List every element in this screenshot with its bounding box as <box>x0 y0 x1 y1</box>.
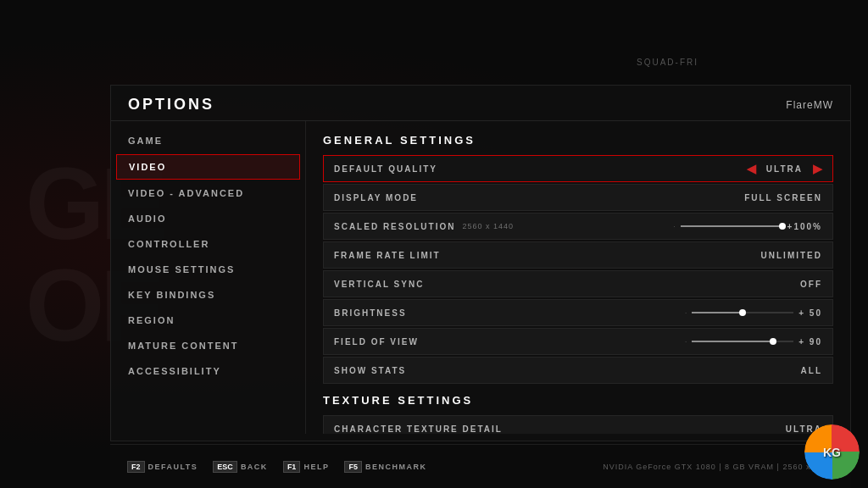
setting-label-default-quality: DEFAULT QUALITY <box>334 164 437 174</box>
nav-item-accessibility[interactable]: ACCESSIBILITY <box>111 358 305 384</box>
setting-value-scaled-resolution: +100% <box>787 222 822 231</box>
setting-value-vertical-sync: OFF <box>800 280 822 289</box>
slider-dot-left-brightness: · <box>685 309 687 317</box>
panel-header: OPTIONS FlareMW <box>111 86 850 121</box>
key-label-help: HELP <box>303 463 329 471</box>
setting-label-field-of-view: FIELD OF VIEW <box>334 337 419 347</box>
setting-value-frame-rate-limit: UNLIMITED <box>761 251 822 260</box>
setting-row-field-of-view[interactable]: FIELD OF VIEW · + 90 <box>323 328 833 355</box>
setting-row-default-quality[interactable]: DEFAULT QUALITY ◀ ULTRA ▶ <box>323 155 833 182</box>
setting-label-character-texture: CHARACTER TEXTURE DETAIL <box>334 424 503 434</box>
setting-label-scaled-resolution: SCALED RESOLUTION <box>334 222 455 231</box>
panel-body: GAME VIDEO VIDEO - ADVANCED AUDIO CONTRO… <box>111 121 850 434</box>
key-badge-f1[interactable]: F1 <box>283 461 301 473</box>
slider-track-brightness <box>692 312 793 313</box>
setting-value-default-quality: ULTRA <box>766 164 803 174</box>
setting-row-brightness[interactable]: BRIGHTNESS · + 50 <box>323 299 833 326</box>
shortcut-defaults: F2 DEFAULTS <box>127 461 198 473</box>
nav-item-video[interactable]: VIDEO <box>116 154 300 180</box>
nav-item-mouse-settings[interactable]: MOUSE SETTINGS <box>111 257 305 282</box>
nav-item-key-bindings[interactable]: KEY BINDINGS <box>111 282 305 308</box>
logo-text: KG <box>823 446 841 459</box>
nav-item-audio[interactable]: AUDIO <box>111 206 305 231</box>
scaled-res-label-group: SCALED RESOLUTION 2560 x 1440 <box>334 222 514 231</box>
options-panel: OPTIONS FlareMW GAME VIDEO VIDEO - ADVAN… <box>110 85 851 441</box>
key-label-back: BACK <box>241 463 268 471</box>
right-content: GENERAL SETTINGS DEFAULT QUALITY ◀ ULTRA… <box>306 121 850 434</box>
panel-username: FlareMW <box>786 99 833 111</box>
setting-value-field-of-view: + 90 <box>798 337 822 347</box>
slider-dot-left-fov: · <box>685 338 687 346</box>
setting-sublabel-scaled-resolution: 2560 x 1440 <box>462 222 514 230</box>
setting-value-show-stats: ALL <box>801 366 822 375</box>
logo-inner: KG <box>804 424 860 480</box>
bottom-bar: F2 DEFAULTS ESC BACK F1 HELP F5 BENCHMAR… <box>110 444 851 488</box>
left-nav: GAME VIDEO VIDEO - ADVANCED AUDIO CONTRO… <box>111 121 306 434</box>
nav-item-region[interactable]: REGION <box>111 308 305 333</box>
slider-thumb-fov <box>770 338 776 345</box>
setting-row-display-mode[interactable]: DISPLAY MODE FULL SCREEN <box>323 184 833 211</box>
key-badge-f5[interactable]: F5 <box>344 461 362 473</box>
setting-row-vertical-sync[interactable]: VERTICAL SYNC OFF <box>323 270 833 297</box>
slider-dot-left: · <box>673 223 675 230</box>
panel-title: OPTIONS <box>128 96 214 114</box>
setting-value-display-mode: FULL SCREEN <box>744 193 822 202</box>
nav-item-video-advanced[interactable]: VIDEO - ADVANCED <box>111 180 305 206</box>
setting-row-scaled-resolution[interactable]: SCALED RESOLUTION 2560 x 1440 · +100% <box>323 213 833 240</box>
nav-item-controller[interactable]: CONTROLLER <box>111 231 305 257</box>
setting-row-character-texture[interactable]: CHARACTER TEXTURE DETAIL ULTRA <box>323 415 833 434</box>
setting-label-frame-rate-limit: FRAME RATE LIMIT <box>334 251 441 260</box>
setting-label-show-stats: SHOW STATS <box>334 366 406 375</box>
nav-item-mature-content[interactable]: MATURE CONTENT <box>111 333 305 358</box>
slider-scaled-resolution[interactable]: · +100% <box>673 222 822 231</box>
slider-brightness[interactable]: · + 50 <box>685 308 822 318</box>
nav-item-game[interactable]: GAME <box>111 128 305 153</box>
slider-fill-brightness <box>692 312 743 313</box>
slider-thumb-scaled-res <box>779 223 786 230</box>
shortcut-help: F1 HELP <box>283 461 330 473</box>
setting-label-display-mode: DISPLAY MODE <box>334 193 418 202</box>
key-badge-f2[interactable]: F2 <box>127 461 145 473</box>
arrow-right-default-quality[interactable]: ▶ <box>813 162 822 175</box>
slider-track-fov <box>692 341 793 342</box>
slider-track-scaled-res <box>681 225 782 227</box>
setting-value-brightness: + 50 <box>798 308 822 318</box>
arrow-left-default-quality[interactable]: ◀ <box>747 162 756 175</box>
texture-settings-title: TEXTURE SETTINGS <box>323 394 833 407</box>
slider-fill-fov <box>692 341 773 342</box>
general-settings-title: GENERAL SETTINGS <box>323 134 833 147</box>
setting-label-vertical-sync: VERTICAL SYNC <box>334 280 424 289</box>
slider-fill-scaled-res <box>681 225 782 227</box>
shortcuts-group: F2 DEFAULTS ESC BACK F1 HELP F5 BENCHMAR… <box>127 461 426 473</box>
gpu-info: NVIDIA GeForce GTX 1080 | 8 GB VRAM | 25… <box>603 463 834 471</box>
setting-row-frame-rate-limit[interactable]: FRAME RATE LIMIT UNLIMITED <box>323 241 833 269</box>
shortcut-back: ESC BACK <box>213 461 268 473</box>
key-label-benchmark: BENCHMARK <box>365 463 427 471</box>
squad-label: SQUAD-FRI <box>637 58 698 67</box>
slider-thumb-brightness <box>739 309 746 316</box>
logo-circle: KG <box>804 424 860 480</box>
setting-label-brightness: BRIGHTNESS <box>334 308 407 318</box>
slider-field-of-view[interactable]: · + 90 <box>685 337 822 347</box>
key-label-defaults: DEFAULTS <box>148 463 198 471</box>
key-badge-esc[interactable]: ESC <box>213 461 237 473</box>
shortcut-benchmark: F5 BENCHMARK <box>344 461 426 473</box>
setting-value-default-quality-group: ◀ ULTRA ▶ <box>747 162 822 175</box>
setting-row-show-stats[interactable]: SHOW STATS ALL <box>323 357 833 384</box>
